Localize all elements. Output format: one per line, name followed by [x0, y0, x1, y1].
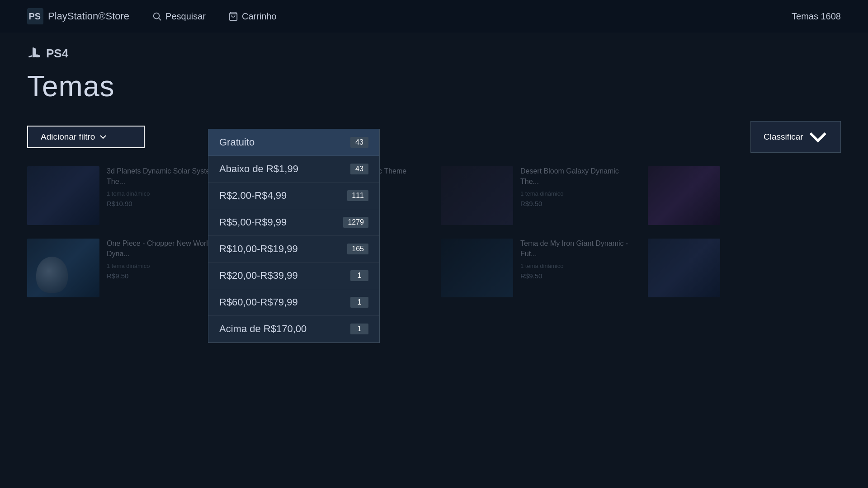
svg-point-2: [154, 13, 160, 19]
product-card-2[interactable]: Tema de My Iron Giant Dynamic - Fut...1 …: [441, 239, 634, 297]
filter-item-label: R$5,00-R$9,99: [219, 216, 287, 228]
product-platform: 1 tema dinâmico: [520, 190, 634, 197]
cart-nav-item[interactable]: Carrinho: [228, 11, 277, 22]
add-filter-button[interactable]: Adicionar filtro: [27, 126, 145, 148]
price-filter-item-5[interactable]: R$20,00-R$39,991: [208, 263, 379, 289]
price-filter-item-6[interactable]: R$60,00-R$79,991: [208, 289, 379, 316]
product-thumbnail: [27, 166, 99, 225]
page-content: PS4 Temas Adicionar filtro Classificar 3…: [0, 33, 868, 311]
product-card-3[interactable]: [648, 239, 841, 297]
product-info: One Piece - Chopper New World Dyna...1 t…: [107, 239, 221, 297]
product-info: [727, 239, 841, 297]
price-filter-dropdown[interactable]: Gratuito43Abaixo de R$1,9943R$2,00-R$4,9…: [208, 129, 380, 343]
nav-temas: Temas 1608: [792, 11, 841, 22]
page-title: Temas: [27, 70, 841, 103]
product-platform: 1 tema dinâmico: [520, 263, 634, 269]
product-name: One Piece - Chopper New World Dyna...: [107, 239, 221, 259]
cart-label: Carrinho: [242, 11, 277, 22]
search-label: Pesquisar: [165, 11, 206, 22]
cart-icon: [228, 11, 238, 21]
filter-item-count: 43: [350, 137, 368, 148]
product-card-0[interactable]: 3d Planets Dynamic Solar System The...1 …: [27, 166, 221, 225]
product-thumbnail: [648, 239, 720, 297]
product-price: R$9.50: [107, 272, 221, 280]
product-platform: 1 tema dinâmico: [107, 263, 221, 269]
ps4-brand-icon: [27, 46, 42, 61]
store-label: PlayStation®Store: [48, 10, 129, 22]
product-thumbnail: [441, 166, 513, 225]
playstation-store-logo[interactable]: PS PlayStation®Store: [27, 8, 129, 24]
price-filter-item-2[interactable]: R$2,00-R$4,99111: [208, 183, 379, 209]
product-info: Desert Bloom Galaxy Dynamic The...1 tema…: [520, 166, 634, 225]
product-card-2[interactable]: Desert Bloom Galaxy Dynamic The...1 tema…: [441, 166, 634, 225]
chevron-down-icon: [99, 133, 107, 141]
filter-item-label: R$60,00-R$79,99: [219, 296, 298, 308]
filter-bar: Adicionar filtro Classificar: [27, 121, 841, 153]
top-navigation: PS PlayStation®Store Pesquisar Carrinho …: [0, 0, 868, 33]
product-card-3[interactable]: [648, 166, 841, 225]
product-card-0[interactable]: One Piece - Chopper New World Dyna...1 t…: [27, 239, 221, 297]
price-filter-item-7[interactable]: Acima de R$170,001: [208, 316, 379, 343]
filter-item-count: 111: [347, 190, 368, 201]
product-thumbnail: [27, 239, 99, 297]
product-info: 3d Planets Dynamic Solar System The...1 …: [107, 166, 221, 225]
product-price: R$9.50: [520, 200, 634, 207]
filter-item-count: 1279: [343, 217, 368, 228]
product-thumbnail: [648, 166, 720, 225]
filter-item-count: 1: [350, 324, 368, 334]
filter-item-count: 1: [350, 270, 368, 281]
product-info: Tema de My Iron Giant Dynamic - Fut...1 …: [520, 239, 634, 297]
product-grid-row2: One Piece - Chopper New World Dyna...1 t…: [27, 239, 841, 297]
product-platform: 1 tema dinâmico: [107, 190, 221, 197]
filter-item-label: R$2,00-R$4,99: [219, 190, 287, 202]
filter-item-label: Gratuito: [219, 136, 255, 148]
filter-item-label: R$10,00-R$19,99: [219, 243, 298, 255]
filter-item-label: Acima de R$170,00: [219, 323, 307, 335]
product-info: [727, 166, 841, 225]
filter-item-label: R$20,00-R$39,99: [219, 270, 298, 282]
chevron-down-icon-2: [808, 127, 828, 147]
search-icon: [152, 11, 162, 21]
product-grid-row1: 3d Planets Dynamic Solar System The...1 …: [27, 166, 841, 225]
search-nav-item[interactable]: Pesquisar: [152, 11, 206, 22]
price-filter-item-3[interactable]: R$5,00-R$9,991279: [208, 209, 379, 236]
ps4-text: PS4: [46, 47, 68, 61]
product-name: 3d Planets Dynamic Solar System The...: [107, 166, 221, 187]
ps4-logo: PS4: [27, 46, 841, 61]
filter-item-label: Abaixo de R$1,99: [219, 163, 298, 175]
svg-text:PS: PS: [29, 11, 41, 21]
product-price: R$9.50: [520, 272, 634, 280]
svg-line-3: [159, 18, 161, 20]
product-price: R$10.90: [107, 200, 221, 207]
price-filter-item-0[interactable]: Gratuito43: [208, 129, 379, 156]
filter-item-count: 43: [350, 164, 368, 174]
price-filter-item-1[interactable]: Abaixo de R$1,9943: [208, 156, 379, 183]
product-thumbnail: [441, 239, 513, 297]
product-name: Desert Bloom Galaxy Dynamic The...: [520, 166, 634, 187]
filter-item-count: 165: [347, 244, 368, 254]
price-filter-item-4[interactable]: R$10,00-R$19,99165: [208, 236, 379, 263]
classificar-button[interactable]: Classificar: [750, 121, 841, 153]
product-name: Tema de My Iron Giant Dynamic - Fut...: [520, 239, 634, 259]
filter-item-count: 1: [350, 297, 368, 308]
